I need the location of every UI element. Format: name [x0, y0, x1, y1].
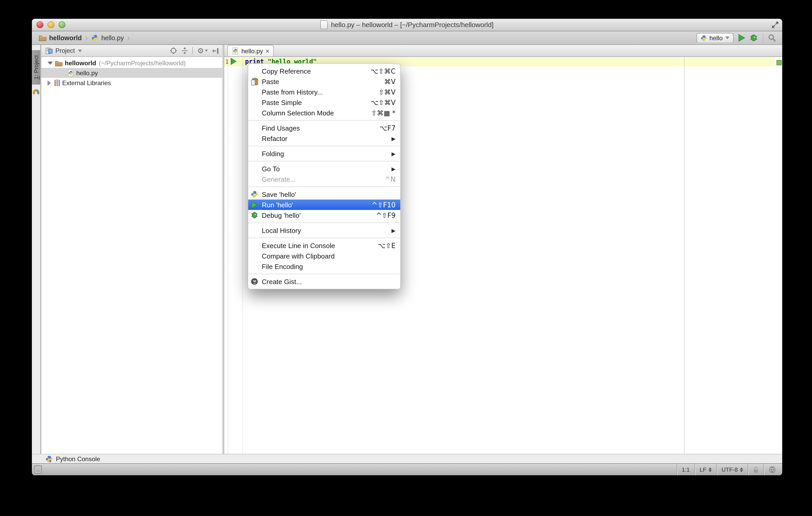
navigation-toolbar: helloworld › hello.py › hello [32, 31, 782, 45]
tab-hello-py[interactable]: hello.py × [227, 45, 274, 56]
menu-item-create-gist[interactable]: Create Gist... [248, 276, 400, 287]
editor-tab-bar: hello.py × [224, 45, 782, 57]
line-separator: LF [700, 466, 706, 473]
locate-icon[interactable] [170, 47, 177, 54]
caret-position: 1:1 [682, 466, 690, 473]
menu-item-label: Local History [262, 226, 301, 234]
tab-label: hello.py [241, 47, 263, 55]
encoding-widget[interactable]: UTF-8 [716, 464, 748, 475]
tree-row-external-libraries[interactable]: External Libraries [41, 78, 222, 88]
tree-libraries-label: External Libraries [62, 79, 111, 86]
inspection-profile-widget[interactable] [763, 464, 781, 475]
menu-item-compare-with-clipboard[interactable]: Compare with Clipboard [248, 251, 400, 261]
run-line-marker-icon[interactable] [230, 58, 237, 65]
minimize-window-button[interactable] [48, 22, 54, 28]
run-button[interactable] [738, 34, 745, 42]
chevron-down-icon [205, 50, 208, 52]
tree-row-project-root[interactable]: helloworld (~/PycharmProjects/helloworld… [41, 58, 222, 68]
submenu-arrow-icon: ▶ [392, 135, 396, 141]
menu-separator [248, 146, 400, 146]
menu-item-save-hello[interactable]: Save 'hello' [248, 189, 400, 200]
inspection-status-icon[interactable] [776, 60, 781, 65]
caret-position-widget[interactable]: 1:1 [676, 464, 694, 475]
menu-item-paste-from-history[interactable]: Paste from History... ⇧⌘V [248, 87, 400, 97]
gear-icon: ⚙ [197, 47, 204, 54]
menu-item-copy-reference[interactable]: Copy Reference ⌥⇧⌘C [248, 66, 400, 76]
menu-separator [248, 274, 400, 274]
settings-gear-button[interactable]: ⚙ [197, 47, 208, 54]
menu-item-local-history[interactable]: Local History ▶ [248, 225, 400, 236]
run-configuration-select[interactable]: hello [696, 33, 734, 43]
menu-item-file-encoding[interactable]: File Encoding [248, 261, 400, 272]
python-console-button[interactable]: Python Console [56, 455, 100, 462]
menu-item-run-hello[interactable]: Run 'hello' ^⇧F10 [248, 200, 400, 210]
menu-item-label: Refactor [262, 134, 287, 142]
menu-item-paste-simple[interactable]: Paste Simple ⌥⇧⌘V [248, 97, 400, 108]
fullscreen-icon[interactable] [771, 21, 779, 29]
menu-item-label: Paste [262, 78, 279, 85]
chevron-right-icon: › [85, 35, 88, 41]
hide-panel-icon[interactable] [212, 47, 219, 54]
collapse-all-icon[interactable] [181, 47, 188, 54]
menu-item-label: Execute Line in Console [262, 242, 335, 249]
debug-button[interactable] [750, 34, 758, 42]
tree-row-hello-py[interactable]: hello.py [41, 68, 222, 78]
submenu-arrow-icon: ▶ [392, 151, 396, 156]
search-icon[interactable] [768, 34, 776, 42]
line-separator-widget[interactable]: LF [694, 464, 716, 475]
menu-item-label: Folding [262, 150, 284, 157]
menu-item-folding[interactable]: Folding ▶ [248, 148, 400, 159]
tree-project-name: helloworld [65, 59, 96, 67]
spinner-icon [740, 467, 743, 472]
tree-collapse-icon[interactable] [48, 80, 51, 85]
tree-expand-icon[interactable] [48, 61, 53, 64]
python-console-icon [46, 455, 53, 462]
menu-item-shortcut: ^⇧F9 [370, 211, 396, 219]
breadcrumb-project[interactable]: helloworld [49, 34, 82, 41]
libraries-icon [54, 80, 60, 86]
panel-splitter[interactable] [222, 45, 224, 454]
lock-widget[interactable] [748, 464, 763, 475]
menu-item-debug-hello[interactable]: Debug 'hello' ^⇧F9 [248, 210, 400, 220]
title-bar: hello.py – helloworld – [~/PycharmProjec… [32, 19, 782, 31]
tool-window-button-project[interactable]: 1: Project [32, 50, 40, 85]
paste-clipboard-icon [250, 77, 259, 86]
menu-item-column-selection-mode[interactable]: Column Selection Mode ⇧⌘▦ * [248, 108, 400, 118]
menu-item-execute-line-in-console[interactable]: Execute Line in Console ⌥⇧E [248, 240, 400, 251]
file-encoding: UTF-8 [722, 466, 738, 473]
zoom-window-button[interactable] [59, 22, 65, 28]
panel-header-separator [193, 47, 193, 54]
python-file-icon [67, 69, 74, 76]
menu-item-shortcut: ⌥⇧⌘C [364, 67, 396, 75]
breadcrumb: helloworld › hello.py › [32, 34, 131, 41]
breadcrumb-file[interactable]: hello.py [102, 34, 124, 41]
close-tab-icon[interactable]: × [266, 48, 269, 54]
tree-project-path: (~/PycharmProjects/helloworld) [99, 59, 186, 67]
menu-item-label: Compare with Clipboard [262, 252, 335, 260]
menu-item-label: File Encoding [262, 263, 303, 270]
run-configuration-name: hello [709, 34, 723, 41]
menu-item-shortcut: ⌥⇧⌘V [364, 98, 396, 106]
hector-inspector-icon [768, 466, 776, 473]
submenu-arrow-icon: ▶ [392, 227, 396, 233]
menu-item-label: Column Selection Mode [262, 109, 334, 117]
menu-item-find-usages[interactable]: Find Usages ⌥F7 [248, 123, 400, 133]
unlock-icon [753, 466, 759, 473]
submenu-arrow-icon: ▶ [392, 166, 396, 172]
menu-item-paste[interactable]: Paste ⌘V [248, 76, 400, 87]
menu-separator [248, 120, 400, 121]
python-logo-icon [250, 190, 259, 199]
menu-item-label: Generate... [262, 175, 296, 183]
toggle-toolwindows-icon[interactable] [34, 465, 42, 474]
folder-icon [55, 60, 63, 66]
menu-item-go-to[interactable]: Go To ▶ [248, 163, 400, 174]
error-stripe[interactable] [775, 57, 782, 454]
folder-icon [39, 34, 47, 41]
project-button-label: : Project [33, 55, 39, 77]
menu-item-refactor[interactable]: Refactor ▶ [248, 133, 400, 144]
status-bar: 1:1 LF UTF-8 [32, 464, 782, 475]
menu-item-label: Go To [262, 165, 280, 173]
close-window-button[interactable] [36, 22, 44, 28]
menu-item-generate: Generate... ^N [248, 174, 400, 184]
chevron-down-icon[interactable] [78, 49, 82, 52]
